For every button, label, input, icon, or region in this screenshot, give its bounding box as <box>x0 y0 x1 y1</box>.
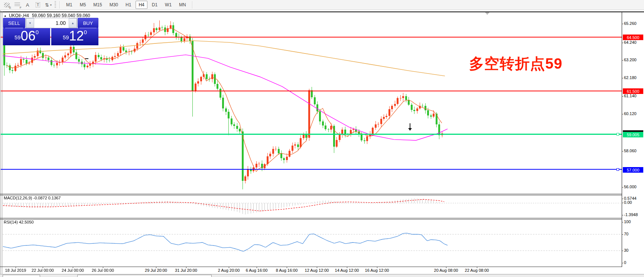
price-label-65.260: 65.260 <box>624 21 637 26</box>
rsi-label: RSI(14) 42.5050 <box>4 220 34 224</box>
hline-current-price-59005[interactable] <box>1 134 622 135</box>
axis-tick <box>622 251 623 251</box>
timeframe-m5[interactable]: M5 <box>77 1 89 9</box>
price-label-64.240: 64.240 <box>624 40 637 45</box>
toolbar-separator <box>192 1 193 9</box>
sell-button[interactable]: SELL <box>3 18 25 28</box>
axis-tick <box>622 187 623 188</box>
dash-marker <box>85 58 88 59</box>
axis-tick <box>622 215 623 215</box>
timeframe-mn[interactable]: MN <box>176 1 189 9</box>
toolbar-grip[interactable] <box>55 1 56 9</box>
axis-tick <box>622 24 623 24</box>
volume-increase-button[interactable]: ▲ <box>69 18 77 28</box>
timeframe-m30[interactable]: M30 <box>107 1 121 9</box>
one-click-trading-panel: SELL ▼ 1.00 ▲ BUY 59 06 0 59 12 0 <box>3 18 98 45</box>
axis-tick <box>622 96 623 97</box>
time-label-12: 16 Aug 12:00 <box>365 268 389 273</box>
time-label-5: 29 Jul 20:00 <box>145 268 167 273</box>
bottom-strip-box-2[interactable] <box>77 275 212 277</box>
price-badge-61.500: 61.500 <box>623 88 643 94</box>
timeframe-h1[interactable]: H1 <box>123 1 134 9</box>
axis-tick <box>622 78 623 78</box>
price-label-61.140: 61.140 <box>624 94 637 98</box>
symbol-name: UKOil-,H4 <box>9 13 29 18</box>
down-arrow-marker <box>408 123 412 131</box>
time-label-7: 2 Aug 20:00 <box>218 268 240 273</box>
price-badge-64.500: 64.500 <box>623 35 643 40</box>
rsi-axis-label-100: 100 <box>624 219 631 224</box>
text-icon[interactable]: A <box>23 0 32 9</box>
time-label-4: 26 Jul 00:00 <box>92 268 114 273</box>
window-left-edge <box>0 10 1 277</box>
arrow-objects-icon[interactable]: ⇅▾ <box>43 0 53 9</box>
sell-price-display[interactable]: 59 06 0 <box>3 28 50 45</box>
price-badge-57.000: 57.000 <box>623 167 643 173</box>
volume-input[interactable]: 1.00 <box>34 18 69 28</box>
rsi-separator[interactable] <box>0 218 622 218</box>
timeframe-h4[interactable]: H4 <box>136 1 147 9</box>
ohlc-values: 59.060 59.160 59.040 59.060 <box>32 13 90 18</box>
symbol-header: ▲ UKOil-,H4 59.060 59.160 59.040 59.060 <box>4 13 90 18</box>
axis-tick <box>622 234 623 235</box>
hline-resistance-61500[interactable] <box>1 91 622 91</box>
price-label-62.180: 62.180 <box>624 75 637 80</box>
fibonacci-icon[interactable]: F <box>12 0 22 9</box>
chinese-annotation: 多空转折点59 <box>469 53 563 74</box>
timeframe-d1[interactable]: D1 <box>149 1 160 9</box>
axis-tick <box>622 199 623 199</box>
axis-tick <box>622 203 623 203</box>
hline-support-57000[interactable] <box>1 169 622 170</box>
price-label-63.200: 63.200 <box>624 58 637 62</box>
price-label-58.060: 58.060 <box>624 149 637 153</box>
macd-axis-label--1.3948: -1.3948 <box>624 212 638 217</box>
text-label-icon[interactable]: T <box>33 0 43 9</box>
timeframe-m15[interactable]: M15 <box>90 1 105 9</box>
time-label-1: 18 Jul 2019 <box>5 268 26 273</box>
timeframe-buttons: M1M5M15M30H1H4D1W1MN <box>62 1 190 9</box>
time-label-3: 24 Jul 00:00 <box>62 268 84 273</box>
toolbar: E F A T ⇅▾ M1M5M15M30H1H4D1W1MN <box>0 0 644 10</box>
rsi-axis-label-0: 0 <box>624 260 626 265</box>
timeframe-w1[interactable]: W1 <box>162 1 175 9</box>
bid-axis-marker <box>623 130 643 132</box>
time-label-6: 31 Jul 20:00 <box>175 268 197 273</box>
time-label-9: 8 Aug 16:00 <box>276 268 298 273</box>
rsi-axis-label-70: 70 <box>624 232 628 236</box>
elliott-wave-icon[interactable]: E <box>2 0 12 9</box>
chart-left-border <box>2 12 2 274</box>
macd-separator[interactable] <box>0 194 622 194</box>
price-axis-border <box>622 12 622 267</box>
toolbar-separator <box>59 1 60 9</box>
time-label-8: 6 Aug 16:00 <box>246 268 268 273</box>
price-label-60.120: 60.120 <box>624 111 637 116</box>
timeframe-m1[interactable]: M1 <box>63 1 75 9</box>
axis-tick <box>622 43 623 43</box>
bottom-strip-box-1[interactable] <box>3 275 40 277</box>
axis-tick <box>622 114 623 114</box>
buy-button[interactable]: BUY <box>78 18 98 28</box>
axis-tick <box>622 222 623 222</box>
time-label-10: 12 Aug 12:00 <box>305 268 329 273</box>
time-label-14: 22 Aug 08:00 <box>465 268 489 273</box>
axis-tick <box>622 151 623 151</box>
rsi-axis-label-30: 30 <box>624 248 628 252</box>
macd-canvas[interactable] <box>3 195 622 218</box>
rsi-canvas[interactable] <box>3 219 622 267</box>
price-label-56.000: 56.000 <box>624 185 637 189</box>
hline-marker-current-price-59005[interactable] <box>617 133 619 136</box>
axis-tick <box>622 60 623 61</box>
time-label-13: 20 Aug 08:00 <box>434 268 458 273</box>
chevron-down-icon: ▾ <box>50 3 52 7</box>
volume-decrease-button[interactable]: ▼ <box>26 18 34 28</box>
macd-label: MACD(12,26,9) -0.0872 0.1367 <box>4 196 61 200</box>
hline-marker-support-57000[interactable] <box>617 168 619 171</box>
buy-price-display[interactable]: 59 12 0 <box>51 28 98 45</box>
macd-axis-label-0.00: 0.00 <box>624 200 632 205</box>
axis-tick <box>622 263 623 263</box>
price-badge-59.005: 59.005 <box>623 132 643 137</box>
collapse-panel-icon[interactable]: ▲ <box>4 14 7 17</box>
mt4-chart-window: E F A T ⇅▾ M1M5M15M30H1H4D1W1MN 65.26064… <box>0 0 644 277</box>
time-label-2: 22 Jul 00:00 <box>32 268 54 273</box>
time-label-11: 14 Aug 12:00 <box>335 268 359 273</box>
